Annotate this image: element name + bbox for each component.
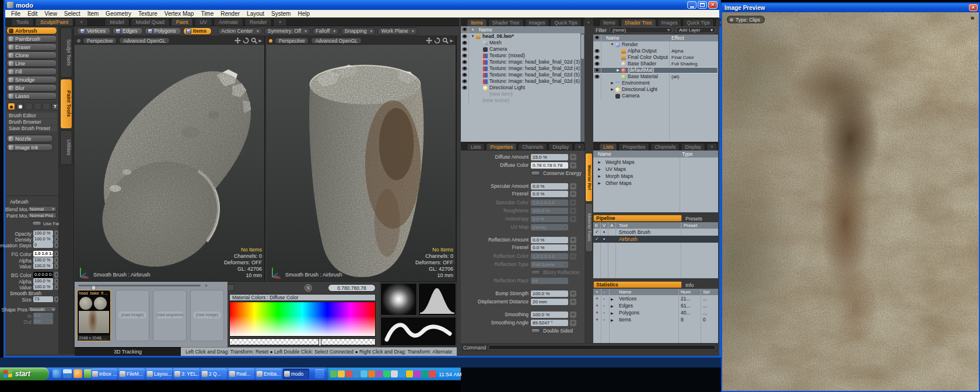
expander-icon[interactable]: ▶ [597, 173, 602, 180]
add-selection-icon[interactable]: + [596, 302, 598, 309]
visibility-toggle[interactable] [593, 48, 601, 54]
items-tree-row[interactable]: Mesh [461, 40, 580, 46]
modo-titlebar[interactable]: modo × [5, 0, 719, 10]
bg-value-field[interactable]: 100.0 % [33, 284, 53, 290]
toolbar-dropdown[interactable]: Snapping▾ [341, 27, 376, 35]
load-sequence-cell[interactable]: (load sequence) [153, 290, 187, 341]
enabled-check-icon[interactable]: ✓ [595, 236, 599, 243]
tray-icon[interactable] [406, 370, 413, 377]
texture-preview-image[interactable]: Type: Clips ▶ [722, 12, 979, 391]
menu-item[interactable]: Texture [135, 10, 161, 17]
expander-icon[interactable]: ▶ [610, 80, 615, 86]
taskbar-window-button[interactable]: 2 Q... [201, 369, 227, 379]
internet-explorer-icon[interactable] [52, 369, 61, 378]
spinner[interactable] [570, 191, 576, 197]
double-sided-checkbox[interactable] [531, 328, 540, 333]
taskbar-window-button[interactable]: FileM... [118, 369, 145, 379]
toolbar-dropdown[interactable]: Work Plane▾ [377, 27, 417, 35]
layout-tab[interactable]: + [75, 18, 88, 26]
density-field[interactable]: 100.0 % [33, 236, 53, 242]
specular-fresnel-field[interactable]: 0.0 % [531, 191, 568, 197]
size-spinner[interactable] [54, 296, 58, 302]
tray-icon[interactable] [398, 370, 405, 377]
layout-tab[interactable]: Sculpt/Paint [35, 18, 74, 26]
brush-tip-pen-icon[interactable] [25, 103, 33, 110]
panel-tab[interactable]: Channels [650, 143, 680, 150]
tool-button[interactable]: Airbrush [6, 27, 57, 34]
remove-selection-icon[interactable]: - [603, 302, 605, 309]
tray-icon[interactable] [421, 370, 428, 377]
viewport-left[interactable]: Perspective Advanced OpenGL ▶ [75, 36, 265, 281]
menu-item[interactable]: Layout [243, 10, 268, 17]
menu-item[interactable]: Geometry [102, 10, 135, 17]
add-selection-icon[interactable]: + [596, 316, 598, 323]
nozzle-button[interactable]: Nozzle [6, 135, 53, 142]
vertex-map-row[interactable]: ▶ Morph Maps [593, 173, 718, 180]
bg-color-spinner[interactable] [54, 272, 58, 278]
reflection-fresnel-field[interactable]: 0.0 % [531, 244, 568, 251]
taskbar-clock[interactable]: 11:54 AM [439, 371, 465, 377]
toolbar-dropdown[interactable]: Symmetry: Off▾ [264, 27, 310, 35]
layout-tab[interactable]: Model Quad [131, 18, 170, 26]
layout-tab[interactable]: Render [244, 18, 272, 26]
panel-tab[interactable]: + [583, 19, 594, 26]
type-clips-dropdown[interactable]: Type: Clips [727, 16, 765, 23]
expander-icon[interactable]: ▶ [597, 159, 602, 166]
fg-alpha-spinner[interactable] [54, 257, 58, 263]
shape-preset-dropdown[interactable]: Smooth▾ [27, 306, 57, 312]
menu-item[interactable]: Edit [24, 10, 41, 17]
panel-tab[interactable]: Items [599, 19, 620, 26]
statistics-row[interactable]: + - ▶ Items 8 0 [593, 316, 718, 323]
reflection-amount-field[interactable]: 0.0 % [531, 237, 568, 243]
items-tree-row[interactable]: ▼ head_06.lwo* [461, 33, 580, 40]
fg-color-field[interactable]: 1.0 1.0 1.0 [33, 251, 53, 257]
size-field[interactable]: 73 [33, 296, 53, 302]
rotate-icon[interactable] [243, 37, 249, 44]
visibility-toggle[interactable] [593, 41, 601, 48]
visibility-toggle[interactable] [593, 54, 601, 61]
expander-icon[interactable]: ▶ [597, 180, 602, 187]
expander-icon[interactable]: ▶ [611, 317, 614, 324]
visibility-toggle[interactable] [593, 86, 601, 93]
panel-tab[interactable]: Quick Tips [550, 19, 582, 26]
paint-mode-dropdown[interactable]: Normal Proj ...▾ [27, 212, 57, 218]
pipeline-row[interactable]: ✓ • Airbrush [593, 236, 718, 243]
visibility-toggle[interactable] [461, 40, 469, 46]
viewport-more-icon[interactable]: ▶ [259, 38, 262, 43]
brush-editor-button[interactable]: Brush Editor [6, 113, 57, 118]
spinner[interactable] [570, 312, 576, 318]
shader-tree-row[interactable]: ▶ Directional Light [593, 86, 718, 93]
layout-tab[interactable]: UV [194, 18, 212, 26]
tab-material-ref[interactable]: Material Ref [585, 153, 593, 202]
hue-saturation-area[interactable] [229, 302, 376, 337]
preview-close-button[interactable]: × [969, 4, 978, 11]
load-image-cell[interactable]: (load image) [116, 290, 149, 341]
attenuation-spinner[interactable] [54, 242, 58, 248]
spinner[interactable] [570, 299, 576, 305]
layout-tab[interactable]: + [273, 18, 286, 26]
info-label[interactable]: Info [685, 282, 694, 288]
visible-dot-icon[interactable]: • [603, 236, 605, 243]
viewport-menu-icon[interactable] [77, 39, 80, 43]
spinner[interactable] [570, 162, 576, 169]
vertex-map-row[interactable]: ▶ Other Maps [593, 180, 718, 187]
taskbar-window-button[interactable]: modo [283, 369, 309, 379]
maximize-button[interactable] [698, 1, 707, 9]
spinner[interactable] [570, 183, 576, 190]
visibility-toggle[interactable] [461, 59, 469, 65]
text-brush-button[interactable]: T [51, 103, 59, 110]
fg-value-spinner[interactable] [54, 263, 58, 269]
alpha-slider-handle[interactable] [318, 338, 321, 346]
menu-item[interactable]: File [8, 10, 24, 17]
panel-tab[interactable]: Quick Tips [682, 19, 714, 26]
zoom-icon[interactable] [251, 37, 257, 44]
tool-button[interactable]: Clone [6, 51, 57, 59]
tray-icon[interactable] [391, 370, 398, 377]
bump-strength-field[interactable]: 100.0 % [531, 290, 568, 297]
scene-left[interactable] [75, 45, 264, 281]
smoothing-field[interactable]: 100.0 % [531, 312, 568, 318]
tray-icon[interactable] [338, 370, 345, 377]
alpha-slider[interactable] [229, 338, 376, 345]
bg-color-field[interactable]: 0.0 0.0 0.0 [33, 272, 53, 278]
shader-tree-row[interactable]: Alpha Output Alpha [593, 48, 718, 54]
